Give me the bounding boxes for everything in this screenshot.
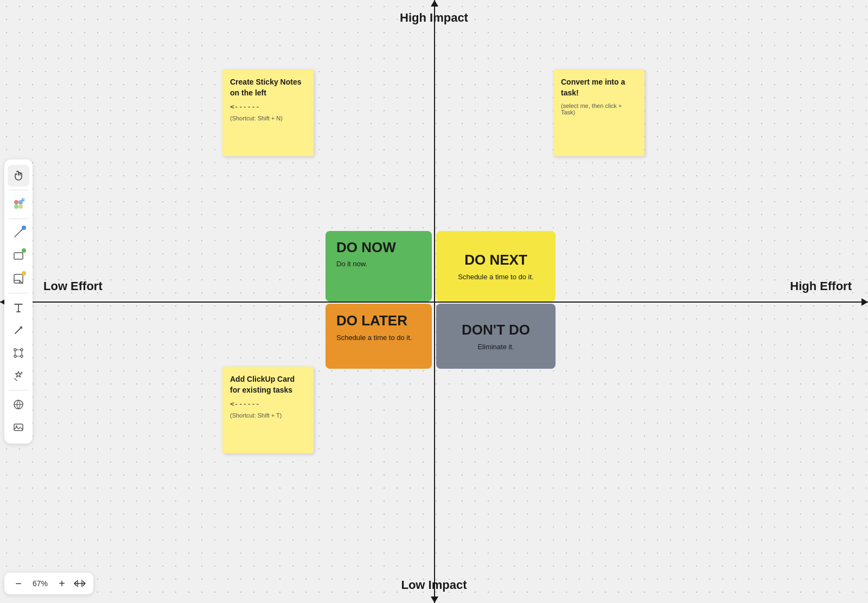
- svg-point-7: [14, 349, 16, 351]
- label-low-impact: Low Impact: [401, 578, 467, 592]
- sticky-note-bottom-left[interactable]: Add ClickUp Card for existing tasks <---…: [222, 367, 314, 453]
- sticky-bottom-left-title: Add ClickUp Card for existing tasks: [230, 374, 306, 395]
- dont-do-title: DON'T DO: [462, 322, 530, 338]
- magic-tool-button[interactable]: [8, 365, 29, 387]
- sticky-top-left-title: Create Sticky Notes on the left: [230, 77, 306, 98]
- quadrant-do-now[interactable]: DO NOW Do it now.: [326, 231, 432, 302]
- sticky-top-right-body: (select me, then click + Task): [561, 102, 637, 116]
- image-tool-button[interactable]: [8, 416, 29, 438]
- do-now-title: DO NOW: [336, 240, 421, 255]
- sticky-top-left-shortcut: (Shortcut: Shift + N): [230, 115, 306, 121]
- do-next-title: DO NEXT: [464, 252, 527, 268]
- label-high-effort: High Effort: [790, 279, 852, 293]
- svg-point-9: [14, 355, 16, 357]
- toolbar-divider-1: [9, 190, 28, 190]
- hand-tool-button[interactable]: [8, 165, 29, 187]
- sticky-dot: [22, 271, 26, 275]
- dont-do-subtitle: Eliminate it.: [477, 343, 514, 351]
- quadrant-do-later[interactable]: DO LATER Schedule a time to do it.: [326, 304, 432, 369]
- sticky-note-top-right[interactable]: Convert me into a task! (select me, then…: [553, 69, 644, 156]
- zoom-level-display: 67%: [30, 579, 50, 588]
- shape-add-tool-button[interactable]: [8, 194, 29, 215]
- up-arrow: [431, 0, 438, 7]
- svg-point-2: [14, 204, 18, 209]
- do-later-title: DO LATER: [336, 312, 421, 329]
- svg-point-8: [21, 349, 23, 351]
- svg-point-3: [18, 204, 23, 209]
- do-later-subtitle: Schedule a time to do it.: [336, 333, 421, 342]
- quadrant-dont-do[interactable]: DON'T DO Eliminate it.: [436, 304, 556, 369]
- zoom-bar: − 67% +: [4, 573, 93, 594]
- toolbar-divider-3: [9, 293, 28, 293]
- sticky-tool-button[interactable]: [8, 268, 29, 290]
- sticky-top-left-arrow: <------: [230, 102, 306, 111]
- sticky-note-top-left[interactable]: Create Sticky Notes on the left <------ …: [222, 69, 314, 156]
- zoom-in-button[interactable]: +: [55, 577, 68, 590]
- sticky-bottom-left-shortcut: (Shortcut: Shift + T): [230, 412, 306, 419]
- right-arrow: [861, 298, 868, 306]
- canvas: High Impact Low Impact Low Effort High E…: [0, 0, 868, 603]
- toolbar-divider-2: [9, 219, 28, 219]
- toolbar-divider-4: [9, 390, 28, 390]
- svg-point-0: [14, 200, 18, 204]
- line-tool-button[interactable]: [8, 319, 29, 341]
- sticky-top-right-title: Convert me into a task!: [561, 77, 637, 98]
- do-now-subtitle: Do it now.: [336, 260, 421, 268]
- left-toolbar: [4, 159, 33, 444]
- pen-dot: [22, 226, 26, 230]
- rect-dot: [22, 248, 26, 253]
- text-tool-button[interactable]: [8, 297, 29, 318]
- svg-point-1: [18, 200, 23, 204]
- svg-rect-12: [14, 424, 23, 431]
- vertical-axis: [434, 0, 435, 603]
- label-high-impact: High Impact: [400, 11, 468, 25]
- zoom-out-button[interactable]: −: [12, 577, 25, 590]
- label-low-effort: Low Effort: [43, 279, 103, 293]
- globe-tool-button[interactable]: [8, 394, 29, 415]
- do-next-subtitle: Schedule a time to do it.: [458, 273, 533, 281]
- pen-tool-button[interactable]: [8, 222, 29, 244]
- sticky-bottom-left-arrow: <------: [230, 400, 306, 408]
- rect-tool-button[interactable]: [8, 245, 29, 267]
- svg-point-10: [21, 355, 23, 357]
- quadrant-do-next[interactable]: DO NEXT Schedule a time to do it.: [436, 231, 556, 302]
- connect-tool-button[interactable]: [8, 342, 29, 364]
- zoom-fit-button[interactable]: [74, 579, 86, 588]
- down-arrow: [431, 596, 438, 603]
- svg-rect-5: [14, 253, 23, 259]
